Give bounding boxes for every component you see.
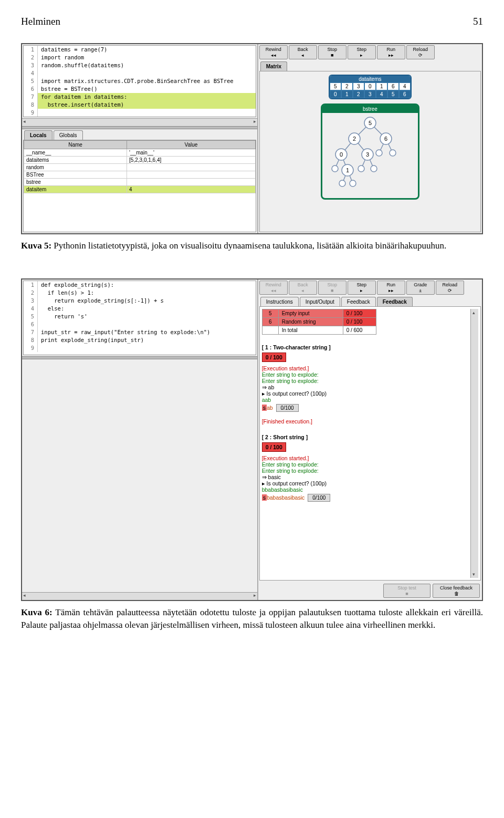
tree-box: bstree 5 2 6 0 3 1 — [321, 103, 419, 200]
rewind-button[interactable]: Rewind◂◂ — [259, 281, 288, 295]
back-button[interactable]: Back◂ — [289, 45, 317, 59]
svg-point-22 — [376, 150, 382, 156]
stop-button[interactable]: Stop■ — [318, 45, 346, 59]
scrollbar-horizontal[interactable] — [22, 118, 257, 126]
svg-point-23 — [390, 150, 396, 156]
rewind-button[interactable]: Rewind◂◂ — [259, 45, 288, 59]
header-left: Helminen — [21, 16, 60, 27]
score-table: 5Empty input0 / 1006Random string0 / 100… — [262, 309, 376, 335]
run-button[interactable]: Run▸▸ — [377, 281, 405, 295]
step-button[interactable]: Step▸ — [348, 45, 376, 59]
table-row: In total0 / 600 — [262, 326, 376, 334]
svg-text:1: 1 — [346, 167, 349, 173]
test-block-2: [ 2 : Short string ] 0 / 100 [Execution … — [262, 434, 470, 502]
page-number: 51 — [473, 16, 483, 27]
code-editor[interactable]: 1dataitems = range(7)2import random3rand… — [23, 45, 256, 117]
table-row: dataitem4 — [24, 186, 256, 193]
scrollbar-vertical[interactable] — [470, 309, 478, 578]
visualization-area: dataitems 52301640123456 bstree 5 2 6 0 … — [259, 71, 481, 232]
tab-locals[interactable]: Locals — [24, 130, 52, 140]
svg-point-24 — [332, 165, 338, 172]
tab-feedback[interactable]: Feedback — [341, 297, 376, 306]
svg-point-28 — [371, 165, 377, 172]
figure-2: 1def explode_string(s):2 if len(s) > 1:3… — [21, 278, 483, 601]
step-button[interactable]: Step▸ — [348, 281, 376, 295]
table-row: BSTree — [24, 171, 256, 179]
code-editor[interactable]: 1def explode_string(s):2 if len(s) > 1:3… — [23, 281, 256, 355]
table-row: 6Random string0 / 100 — [262, 317, 376, 326]
tab-feedback[interactable]: Input/Output — [300, 297, 340, 306]
table-row: random — [24, 164, 256, 171]
array-box: dataitems 52301640123456 — [329, 75, 412, 99]
reload-button[interactable]: Reload⟳ — [436, 281, 464, 295]
table-row: bstree — [24, 179, 256, 186]
svg-point-30 — [350, 180, 356, 187]
caption-2: Kuva 6: Tämän tehtävän palautteessa näyt… — [21, 606, 483, 631]
svg-point-27 — [358, 165, 364, 172]
figure-1: 1dataitems = range(7)2import random3rand… — [21, 43, 483, 234]
page-header: Helminen 51 — [21, 16, 483, 27]
tab-feedback[interactable]: Instructions — [260, 297, 299, 306]
trash-icon: 🗑 — [435, 591, 477, 596]
tab-matrix[interactable]: Matrix — [260, 61, 287, 71]
score-badge: 0 / 100 — [262, 442, 286, 452]
tab-feedback[interactable]: Feedback — [377, 297, 413, 306]
variables-table: NameValue __name__'__main__'dataitems[5,… — [23, 140, 256, 232]
feedback-area: 5Empty input0 / 1006Random string0 / 100… — [259, 306, 481, 581]
table-row: __name__'__main__' — [24, 149, 256, 157]
score-badge: 0 / 100 — [262, 353, 286, 362]
run-button[interactable]: Run▸▸ — [377, 45, 405, 59]
tree-svg: 5 2 6 0 3 1 — [326, 115, 415, 194]
svg-text:0: 0 — [340, 151, 343, 158]
table-row: 5Empty input0 / 100 — [262, 309, 376, 317]
toolbar: Rewind◂◂Back◂Stop■Step▸Run▸▸Reload⟳ — [258, 44, 482, 60]
toolbar: Rewind◂◂Back◂Stop■Step▸Run▸▸Grade±Reload… — [258, 279, 482, 296]
tab-globals[interactable]: Globals — [54, 130, 83, 140]
stop-button[interactable]: Stop■ — [318, 281, 346, 295]
table-row: dataitems[5,2,3,0,1,6,4] — [24, 157, 256, 164]
svg-text:2: 2 — [353, 136, 356, 142]
back-button[interactable]: Back◂ — [289, 281, 317, 295]
svg-text:6: 6 — [384, 136, 387, 142]
caption-1: Kuva 5: Pythonin listatietotyypistä, jok… — [21, 240, 483, 252]
svg-text:5: 5 — [369, 120, 372, 126]
test-block-1: [ 1 : Two-character string ] 0 / 100 [Ex… — [262, 344, 470, 424]
svg-point-29 — [339, 180, 345, 187]
stop-test-button[interactable]: Stop test■ — [383, 584, 430, 598]
reload-button[interactable]: Reload⟳ — [406, 45, 435, 59]
scrollbar-horizontal[interactable] — [22, 592, 257, 600]
grade-button[interactable]: Grade± — [406, 281, 435, 295]
close-feedback-button[interactable]: Close feedback🗑 — [433, 584, 480, 598]
svg-text:3: 3 — [366, 151, 369, 158]
